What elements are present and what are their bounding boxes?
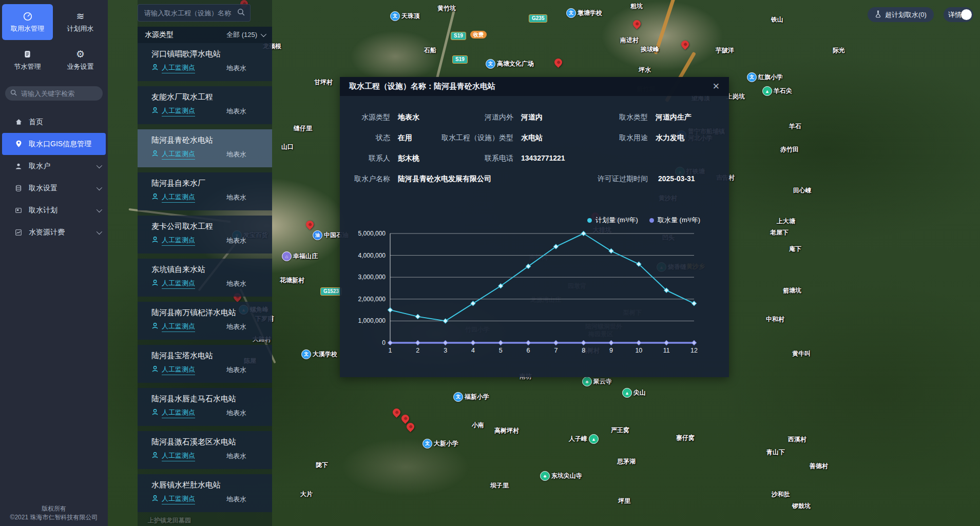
list-item[interactable]: 水唇镇水栏肚水电站人工监测点地表水 — [138, 474, 272, 512]
sidebar-item-intake-settings[interactable]: 取水设置 — [0, 177, 108, 199]
school-marker[interactable]: 文天珠顶 — [390, 11, 420, 21]
water-source-type: 地表水 — [226, 150, 265, 159]
road-badge: G235 — [529, 14, 547, 23]
marker-label: 大溪学校 — [313, 351, 337, 358]
toggle-knob[interactable] — [961, 9, 972, 20]
monitor-point-link[interactable]: 人工监测点 — [162, 322, 195, 332]
tile-label: 计划用水 — [67, 24, 94, 33]
peak-marker[interactable]: ▲羊石尖 — [762, 86, 792, 96]
red-pin-marker[interactable] — [553, 57, 564, 68]
list-item[interactable]: 东坑镇自来水站人工监测点地表水 — [138, 259, 272, 297]
tile-business-settings[interactable]: ⚙ 业务设置 — [55, 42, 106, 78]
monitor-point-link[interactable]: 人工监测点 — [162, 63, 195, 73]
school-marker[interactable]: 文高塘文化广场 — [486, 59, 534, 69]
monitor-point-link[interactable]: 人工监测点 — [162, 106, 195, 116]
map-place-label: 石船 — [424, 46, 436, 55]
svg-text:9: 9 — [609, 347, 613, 354]
monitor-point-link[interactable]: 人工监测点 — [162, 494, 195, 504]
list-item[interactable]: 陆河县南万镇杞洋水电站人工监测点地表水 — [138, 302, 272, 340]
school-icon: 文 — [301, 349, 311, 359]
monitor-point-link[interactable]: 人工监测点 — [162, 365, 195, 375]
water-source-type: 地表水 — [226, 322, 265, 332]
station-name: 河口镇唱歌潭水电站 — [151, 49, 265, 59]
red-pin-marker[interactable] — [405, 421, 416, 432]
school-icon: 文 — [390, 11, 400, 21]
map-place-label: 上岗坑 — [726, 92, 745, 101]
chevron-down-icon — [97, 228, 102, 234]
monitor-point-link[interactable]: 人工监测点 — [162, 236, 195, 246]
over-plan-intake-button[interactable]: 超计划取水(0) — [868, 7, 934, 22]
red-pin-marker[interactable] — [391, 407, 402, 418]
red-pin-marker[interactable] — [631, 18, 642, 29]
map-place-label: 严王窝 — [611, 426, 629, 435]
peak-icon: ▲ — [622, 388, 632, 398]
filter-select[interactable]: 全部 (125) — [226, 30, 265, 40]
school-marker[interactable]: 文大新小学 — [422, 439, 458, 449]
tile-label: 节水管理 — [14, 62, 41, 71]
red-pin-marker[interactable] — [680, 39, 690, 50]
sidebar-item-home[interactable]: 首页 — [0, 111, 108, 133]
card-icon — [14, 207, 23, 214]
peak-marker[interactable]: ▲尖山 — [622, 388, 646, 398]
water-source-type: 地表水 — [226, 495, 265, 504]
water-source-type: 地表水 — [226, 236, 265, 245]
school-icon: 文 — [747, 72, 757, 82]
list-item[interactable]: 麦卡公司取水工程人工监测点地表水 — [138, 216, 272, 254]
person-icon — [151, 495, 159, 504]
monitor-point-link[interactable]: 人工监测点 — [162, 451, 195, 461]
chevron-down-icon — [97, 184, 102, 190]
database-icon — [14, 185, 23, 192]
sidebar-search — [5, 86, 103, 101]
svg-text:2,000,000: 2,000,000 — [358, 296, 386, 303]
school-icon: 文 — [453, 392, 463, 402]
sidebar-search-input[interactable] — [20, 89, 98, 98]
tile-water-intake-mgmt[interactable]: 取用水管理 — [2, 4, 53, 40]
monitor-point-link[interactable]: 人工监测点 — [162, 192, 195, 203]
marker-label: 墩塘学校 — [578, 10, 602, 16]
monitor-point-link[interactable]: 人工监测点 — [162, 149, 195, 160]
station-search — [138, 4, 251, 22]
station-list-panel: 水源类型 全部 (125) 河口镇唱歌潭水电站人工监测点地表水友能水厂取水工程人… — [138, 0, 272, 526]
monitor-point-link[interactable]: 人工监测点 — [162, 408, 195, 418]
list-item[interactable]: 陆河县青砼水电站人工监测点地表水 — [138, 129, 272, 167]
map-place-label: 善德村 — [810, 462, 828, 471]
search-icon[interactable] — [237, 8, 245, 18]
list-item[interactable]: 陆河县水唇走马石水电站人工监测点地表水 — [138, 388, 272, 426]
sidebar-item-gis-info[interactable]: 取水口GIS信息管理 — [2, 133, 106, 155]
toll-badge: 收费 — [470, 31, 487, 38]
list-item[interactable]: 陆河县激石溪老区水电站人工监测点地表水 — [138, 431, 272, 469]
school-marker[interactable]: 文墩塘学校 — [566, 8, 602, 18]
map-place-label: 南进村 — [620, 36, 639, 45]
sidebar-item-water-users[interactable]: 取水户 — [0, 155, 108, 177]
school-marker[interactable]: 文红旗小学 — [747, 72, 783, 82]
map-place-label: 羊石 — [789, 122, 801, 131]
detail-toggle[interactable]: 详情 — [944, 7, 973, 22]
station-search-input[interactable] — [143, 9, 234, 17]
list-item[interactable]: 陆河县自来水厂人工监测点地表水 — [138, 172, 272, 210]
peak-marker[interactable]: 人子嶂▲ — [569, 434, 599, 444]
list-item[interactable]: 河口镇唱歌潭水电站人工监测点地表水 — [138, 43, 272, 81]
list-item[interactable]: 友能水厂取水工程人工监测点地表水 — [138, 86, 272, 124]
resort-marker[interactable]: ⌂幸福山庄 — [282, 251, 318, 261]
map-place-label: 黄竹坑 — [437, 4, 456, 13]
temple-marker[interactable]: ♣东坑尖山寺 — [540, 471, 582, 481]
school-marker[interactable]: 文大溪学校 — [301, 349, 337, 359]
tile-label: 业务设置 — [67, 62, 94, 71]
list-item[interactable]: 陆河县宝塔水电站人工监测点地表水 — [138, 345, 272, 383]
monitor-point-link[interactable]: 人工监测点 — [162, 279, 195, 289]
tile-label: 取用水管理 — [11, 24, 44, 33]
tile-water-saving[interactable]: 节水管理 — [2, 42, 53, 78]
copyright-footer: 版权所有 ©2021 珠海市仁智科技有限公司 — [0, 504, 108, 522]
marker-label: 尖山 — [633, 389, 646, 396]
copyright-line1: 版权所有 — [0, 504, 108, 513]
sidebar-item-intake-plan[interactable]: 取水计划 — [0, 199, 108, 221]
map-place-label: 际光 — [833, 46, 845, 55]
user-icon — [14, 163, 23, 170]
school-marker[interactable]: 文福新小学 — [453, 392, 489, 402]
temple-marker[interactable]: ♣聚云寺 — [582, 377, 612, 386]
svg-text:3,000,000: 3,000,000 — [358, 274, 386, 281]
red-pin-marker[interactable] — [304, 219, 315, 230]
menu-label: 取水口GIS信息管理 — [29, 140, 91, 149]
tile-planned-water[interactable]: ≋ 计划用水 — [55, 4, 106, 40]
sidebar-item-water-billing[interactable]: 水资源计费 — [0, 221, 108, 243]
